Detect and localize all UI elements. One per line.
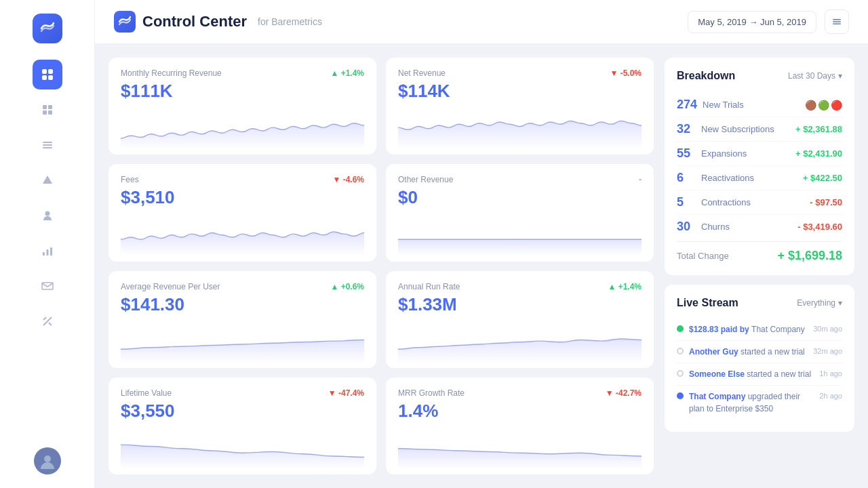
sidebar-logo[interactable] <box>33 14 62 43</box>
metric-card-mrr: Monthly Recurring Revenue ▲ +1.4% $111K <box>108 58 376 155</box>
total-value: + $1,699.18 <box>777 249 842 263</box>
metric-chart <box>121 319 364 363</box>
breakdown-left: 30 Churns <box>677 220 730 234</box>
menu-button[interactable] <box>825 9 849 34</box>
metric-header: Net Revenue ▼ -5.0% <box>398 68 642 78</box>
total-label: Total Change <box>677 251 729 261</box>
date-range-picker[interactable]: May 5, 2019 → Jun 5, 2019 <box>688 11 816 33</box>
breakdown-name: New Subscriptions <box>701 124 774 134</box>
sidebar-item-mail[interactable] <box>33 271 62 301</box>
stream-text: $128.83 paid by That Company <box>689 323 808 336</box>
sidebar-item-list[interactable] <box>33 130 62 160</box>
svg-rect-13 <box>43 252 45 256</box>
breakdown-row: 30 Churns - $3,419.60 <box>677 215 842 239</box>
metric-change: - <box>639 175 642 184</box>
breakdown-row: 6 Reactivations + $422.50 <box>677 166 842 190</box>
livestream-title: Live Stream <box>677 297 738 309</box>
breakdown-count: 6 <box>677 171 696 185</box>
stream-item: Someone Else started a new trial 1h ago <box>677 363 842 386</box>
svg-rect-1 <box>48 69 53 74</box>
breakdown-filter[interactable]: Last 30 Days ▾ <box>788 71 842 81</box>
sidebar-item-tools[interactable] <box>33 306 62 336</box>
metric-label: Monthly Recurring Revenue <box>121 68 222 78</box>
stream-time: 32m ago <box>813 347 842 355</box>
breakdown-rows: 274 New Trials 🟤🟢🔴 32 New Subscriptions … <box>677 93 842 239</box>
page-title: Control Center <box>142 13 247 30</box>
breakdown-left: 5 Contractions <box>677 195 751 209</box>
svg-point-12 <box>45 211 50 216</box>
sidebar-item-layers[interactable] <box>33 95 62 125</box>
sidebar-item-charts[interactable] <box>33 236 62 266</box>
svg-rect-7 <box>48 110 52 115</box>
stream-dot <box>677 348 684 354</box>
metric-card-mrr-growth: MRR Growth Rate ▼ -42.7% 1.4% <box>386 378 654 474</box>
avatar[interactable] <box>34 447 61 474</box>
metric-header: Annual Run Rate ▲ +1.4% <box>398 282 642 291</box>
metric-value: 1.4% <box>398 401 642 422</box>
content-area: Monthly Recurring Revenue ▲ +1.4% $111K … <box>95 44 868 488</box>
metric-label: Lifetime Value <box>121 388 172 398</box>
breakdown-count: 5 <box>677 195 696 209</box>
metric-card-net-revenue: Net Revenue ▼ -5.0% $114K <box>386 58 654 155</box>
breakdown-name: Expansions <box>701 148 747 159</box>
sidebar-item-users[interactable] <box>33 201 62 230</box>
header-right: May 5, 2019 → Jun 5, 2019 <box>688 9 849 34</box>
page-subtitle: for Baremetrics <box>258 16 322 27</box>
svg-rect-5 <box>48 105 52 109</box>
metric-card-arr: Annual Run Rate ▲ +1.4% $1.33M <box>386 271 654 368</box>
metric-header: Lifetime Value ▼ -47.4% <box>121 388 364 398</box>
stream-text: Another Guy started a new trial <box>689 346 808 358</box>
svg-line-17 <box>43 317 46 320</box>
svg-rect-4 <box>43 105 47 109</box>
metric-header: Average Revenue Per User ▲ +0.6% <box>121 282 364 291</box>
svg-rect-0 <box>42 69 47 74</box>
svg-rect-21 <box>833 19 841 20</box>
stream-time: 2h ago <box>819 392 842 400</box>
svg-rect-3 <box>48 75 53 80</box>
metric-change: ▼ -42.7% <box>606 388 642 398</box>
metric-value: $111K <box>121 81 364 102</box>
metric-header: Monthly Recurring Revenue ▲ +1.4% <box>121 68 364 78</box>
metric-header: MRR Growth Rate ▼ -42.7% <box>398 388 642 398</box>
stream-time: 30m ago <box>813 325 842 333</box>
breakdown-name: Reactivations <box>701 173 754 183</box>
metric-card-other-revenue: Other Revenue - $0 <box>386 164 654 261</box>
breakdown-card: Breakdown Last 30 Days ▾ 274 New Trials … <box>665 58 854 275</box>
sidebar <box>0 0 95 488</box>
breakdown-total: Total Change + $1,699.18 <box>677 241 842 263</box>
svg-point-20 <box>44 455 51 462</box>
sidebar-item-metrics[interactable] <box>33 165 62 195</box>
svg-rect-2 <box>42 75 47 80</box>
svg-rect-6 <box>43 110 47 115</box>
stream-text: Someone Else started a new trial <box>689 368 814 380</box>
breakdown-row: 274 New Trials 🟤🟢🔴 <box>677 93 842 117</box>
breakdown-count: 274 <box>677 98 697 112</box>
metric-value: $3,510 <box>121 187 364 208</box>
breakdown-title: Breakdown <box>677 70 735 82</box>
stream-dot <box>677 370 684 377</box>
svg-rect-10 <box>43 147 52 148</box>
breakdown-left: 274 New Trials <box>677 98 744 112</box>
metric-card-fees: Fees ▼ -4.6% $3,510 <box>108 164 376 261</box>
metric-label: Annual Run Rate <box>398 282 460 291</box>
breakdown-value: - $3,419.60 <box>797 222 842 232</box>
stream-text: That Company upgraded their plan to Ente… <box>689 390 814 415</box>
breakdown-value: + $422.50 <box>803 173 842 183</box>
metric-change: ▼ -5.0% <box>610 68 642 78</box>
breakdown-count: 30 <box>677 220 696 234</box>
svg-rect-22 <box>833 21 841 22</box>
metric-header: Other Revenue - <box>398 175 642 184</box>
stream-item: $128.83 paid by That Company 30m ago <box>677 319 842 341</box>
livestream-filter[interactable]: Everything ▾ <box>797 298 842 308</box>
breakdown-name: Churns <box>701 222 730 232</box>
breakdown-value: - $97.50 <box>810 197 842 207</box>
sidebar-item-dashboard[interactable] <box>33 60 62 89</box>
livestream-header: Live Stream Everything ▾ <box>677 297 842 309</box>
breakdown-left: 55 Expansions <box>677 146 747 161</box>
breakdown-icons: 🟤🟢🔴 <box>805 100 842 110</box>
header: Control Center for Baremetrics May 5, 20… <box>95 0 868 44</box>
metric-value: $1.33M <box>398 294 642 315</box>
metric-change: ▲ +1.4% <box>330 68 364 78</box>
metric-change: ▼ -47.4% <box>328 388 364 398</box>
stream-items: $128.83 paid by That Company 30m ago Ano… <box>677 319 842 420</box>
